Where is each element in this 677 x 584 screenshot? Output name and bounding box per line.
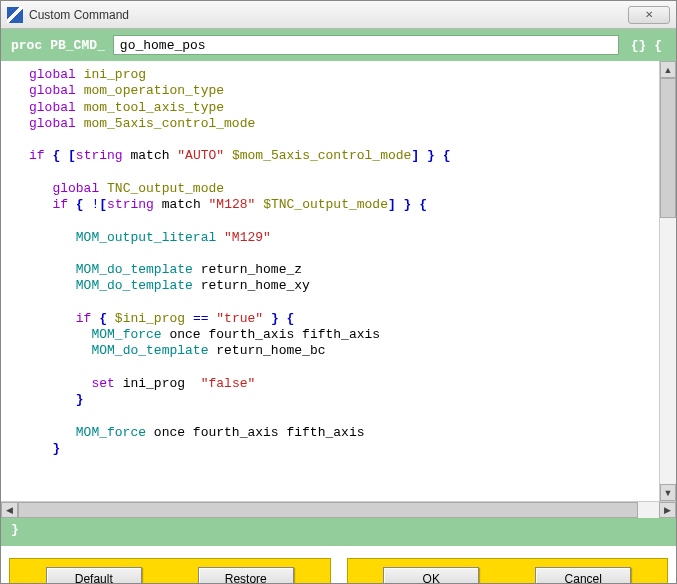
close-icon: ✕ xyxy=(645,9,653,20)
window-title: Custom Command xyxy=(29,8,628,22)
hscroll-thumb[interactable] xyxy=(18,502,638,518)
proc-header: proc PB_CMD_ {} { xyxy=(1,29,676,61)
title-bar: Custom Command ✕ xyxy=(1,1,676,29)
restore-button[interactable]: Restore xyxy=(198,567,294,584)
code-region: global ini_prog global mom_operation_typ… xyxy=(1,61,676,501)
cancel-button[interactable]: Cancel xyxy=(535,567,631,584)
horizontal-scrollbar[interactable]: ◀ ▶ xyxy=(1,501,676,518)
vertical-scrollbar[interactable]: ▲ ▼ xyxy=(659,61,676,501)
proc-close-brace: } xyxy=(11,522,19,537)
code-content[interactable]: global ini_prog global mom_operation_typ… xyxy=(5,67,655,457)
command-name-input[interactable] xyxy=(113,35,619,55)
default-button[interactable]: Default xyxy=(46,567,142,584)
scroll-down-icon[interactable]: ▼ xyxy=(660,484,676,501)
scroll-right-icon[interactable]: ▶ xyxy=(659,502,676,518)
code-area[interactable]: global ini_prog global mom_operation_typ… xyxy=(1,61,659,501)
ok-button[interactable]: OK xyxy=(383,567,479,584)
proc-prefix: PB_CMD_ xyxy=(50,38,105,53)
proc-footer: } xyxy=(1,518,676,546)
button-row: Default Restore OK Cancel xyxy=(1,546,676,584)
scroll-up-icon[interactable]: ▲ xyxy=(660,61,676,78)
scroll-left-icon[interactable]: ◀ xyxy=(1,502,18,518)
app-icon xyxy=(7,7,23,23)
proc-keyword: proc xyxy=(11,38,42,53)
close-button[interactable]: ✕ xyxy=(628,6,670,24)
vscroll-thumb[interactable] xyxy=(660,78,676,218)
vscroll-track[interactable] xyxy=(660,78,676,484)
right-button-group: OK Cancel xyxy=(347,558,669,584)
hscroll-track[interactable] xyxy=(18,502,659,518)
left-button-group: Default Restore xyxy=(9,558,331,584)
proc-open-braces: {} { xyxy=(627,38,666,53)
